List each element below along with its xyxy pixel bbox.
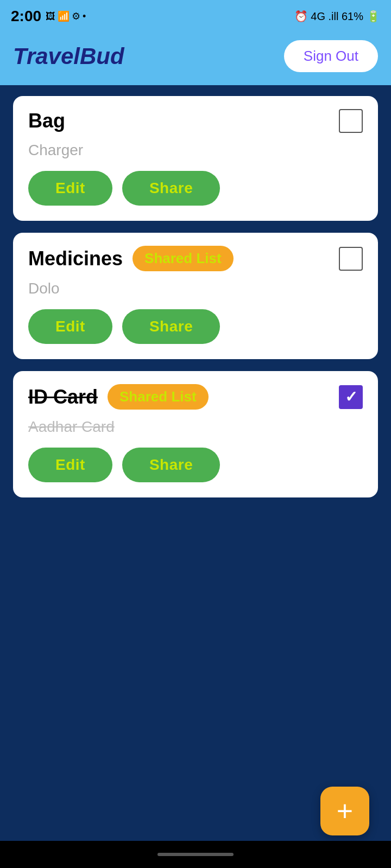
shared-list-badge-id-card: Shared List <box>108 384 209 410</box>
card-list: BagChargerEditShareMedicinesShared ListD… <box>0 85 391 508</box>
card-bag: BagChargerEditShare <box>13 96 378 221</box>
share-button-medicines[interactable]: Share <box>122 309 220 344</box>
card-header-id-card: ID CardShared List <box>28 384 363 410</box>
photo-icon: 🖼 <box>46 11 55 22</box>
card-title-area-bag: Bag <box>28 110 65 132</box>
status-time: 2:00 <box>11 8 41 25</box>
card-header-medicines: MedicinesShared List <box>28 246 363 271</box>
card-medicines: MedicinesShared ListDoloEditShare <box>13 233 378 359</box>
share-button-bag[interactable]: Share <box>122 171 220 206</box>
settings-icon: ⚙ <box>72 10 80 22</box>
sim-icon: 📶 <box>58 10 70 22</box>
shared-list-badge-medicines: Shared List <box>133 246 234 271</box>
app-title: TravelBud <box>13 43 124 69</box>
status-bar-left: 2:00 🖼 📶 ⚙ • <box>11 8 86 25</box>
card-header-bag: Bag <box>28 109 363 133</box>
app-bar: TravelBud Sign Out <box>0 33 391 85</box>
share-button-id-card[interactable]: Share <box>122 448 220 482</box>
signal-icons: ⏰ 4G .ill 61% <box>294 10 363 23</box>
bottom-home-indicator <box>157 853 234 856</box>
card-actions-bag: EditShare <box>28 171 363 206</box>
bottom-nav-bar <box>0 841 391 868</box>
card-title-medicines: Medicines <box>28 247 123 270</box>
card-subtitle-medicines: Dolo <box>28 280 363 297</box>
card-title-area-id-card: ID CardShared List <box>28 384 209 410</box>
card-title-area-medicines: MedicinesShared List <box>28 246 234 271</box>
edit-button-id-card[interactable]: Edit <box>28 448 112 482</box>
status-icons: 🖼 📶 ⚙ • <box>46 10 86 22</box>
notification-dot: • <box>83 11 86 22</box>
card-subtitle-id-card: Aadhar Card <box>28 418 363 436</box>
card-subtitle-bag: Charger <box>28 142 363 159</box>
card-checkbox-medicines[interactable] <box>339 247 363 271</box>
sign-out-button[interactable]: Sign Out <box>284 40 378 72</box>
card-checkbox-bag[interactable] <box>339 109 363 133</box>
card-title-bag: Bag <box>28 110 65 132</box>
edit-button-bag[interactable]: Edit <box>28 171 112 206</box>
card-title-id-card: ID Card <box>28 386 98 409</box>
edit-button-medicines[interactable]: Edit <box>28 309 112 344</box>
add-item-fab[interactable]: + <box>320 787 369 835</box>
status-bar-right: ⏰ 4G .ill 61% 🔋 <box>294 10 380 23</box>
plus-icon: + <box>337 797 353 825</box>
card-id-card: ID CardShared ListAadhar CardEditShare <box>13 371 378 497</box>
battery-icon: 🔋 <box>367 10 380 23</box>
card-actions-id-card: EditShare <box>28 448 363 482</box>
status-bar: 2:00 🖼 📶 ⚙ • ⏰ 4G .ill 61% 🔋 <box>0 0 391 33</box>
card-checkbox-id-card[interactable] <box>339 385 363 409</box>
card-actions-medicines: EditShare <box>28 309 363 344</box>
